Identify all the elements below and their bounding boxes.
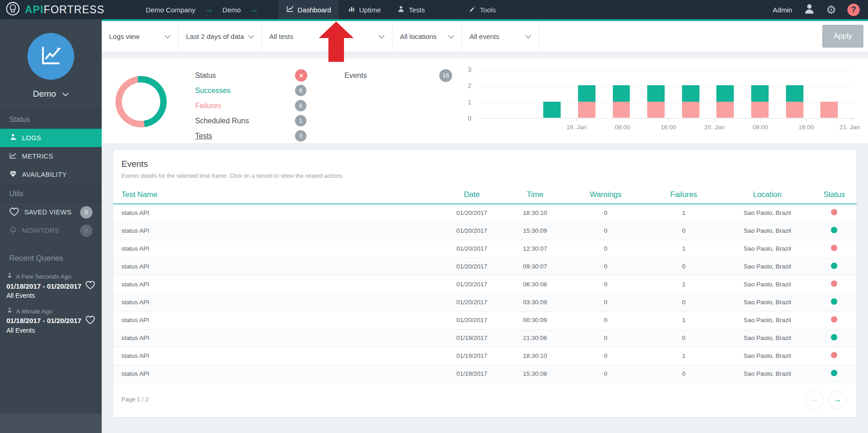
col-warnings[interactable]: Warnings: [567, 186, 644, 204]
line-chart-icon: [286, 5, 294, 14]
cell-status: [812, 293, 857, 311]
cell-test-name: status API: [113, 365, 440, 383]
table-row[interactable]: status API01/20/201703:30:0900Sao Paolo,…: [113, 293, 857, 311]
stat-label: Scheduled Runs: [195, 117, 295, 125]
sidebar-section-utils: Utils: [0, 184, 102, 203]
chart-bar[interactable]: [716, 69, 734, 118]
failure-segment: [751, 102, 769, 118]
col-status[interactable]: Status: [812, 186, 857, 204]
cell-date: 01/20/2017: [440, 240, 503, 258]
chart-bar[interactable]: [751, 69, 769, 118]
heart-icon: [9, 207, 19, 218]
chart-bar[interactable]: [543, 69, 561, 118]
chart-bar[interactable]: [647, 69, 665, 118]
table-row[interactable]: status API01/20/201718:30:1001Sao Paolo,…: [113, 204, 857, 222]
events-summary: Events 16: [344, 68, 452, 138]
events-bar-chart: 3210 19. Jan08:0016:0020. Jan08:0016:002…: [460, 66, 855, 138]
stat-label: Status: [195, 71, 295, 80]
stat-label[interactable]: Successes: [195, 87, 295, 95]
col-time[interactable]: Time: [503, 186, 567, 204]
main-content: Logs view Last 2 days of data All tests …: [102, 19, 868, 433]
next-page-button[interactable]: →: [828, 390, 846, 409]
sidebar-item-monitors[interactable]: MONITORS 0: [0, 221, 102, 240]
cell-test-name: status API: [113, 275, 440, 293]
line-chart-icon: [9, 152, 17, 161]
project-selector[interactable]: Demo: [0, 89, 102, 110]
favorite-heart-icon[interactable]: [85, 280, 95, 292]
cell-warnings: 0: [567, 222, 644, 240]
table-row[interactable]: status API01/19/201718:30:1001Sao Paolo,…: [113, 347, 857, 365]
summary-stats: Status × Successes 8 Failures 8 Schedule…: [195, 68, 333, 138]
app-logo[interactable]: APIFORTRESS: [0, 0, 113, 19]
favorite-heart-icon[interactable]: [85, 315, 95, 327]
stat-successes: Successes 8: [195, 83, 333, 98]
recent-query-item[interactable]: A Few Seconds Ago 01/18/2017 - 01/20/201…: [0, 266, 102, 301]
chart-bar[interactable]: [786, 69, 803, 118]
x-tick-label: 16:00: [798, 124, 814, 131]
stat-label[interactable]: Tests: [195, 132, 295, 140]
gear-icon[interactable]: ⚙: [826, 4, 836, 16]
table-row[interactable]: status API01/20/201709:30:0700Sao Paolo,…: [113, 258, 857, 275]
sidebar-item-logs[interactable]: LOGS: [0, 129, 102, 147]
events-select[interactable]: All events: [462, 21, 539, 51]
cell-location: Sao Paolo, Brazil: [723, 293, 812, 311]
recent-query-item[interactable]: A Minute Ago 01/18/2017 - 01/20/2017 All…: [0, 301, 102, 335]
table-row[interactable]: status API01/19/201721:30:0600Sao Paolo,…: [113, 329, 857, 347]
col-test-name[interactable]: Test Name: [113, 186, 440, 204]
sidebar-item-label: AVAILABILITY: [22, 171, 67, 178]
tab-uptime[interactable]: Uptime: [339, 0, 389, 19]
stat-label[interactable]: Failures: [195, 102, 295, 110]
cell-time: 09:30:07: [503, 258, 567, 275]
query-range: 01/18/2017 - 01/20/2017: [6, 281, 82, 291]
table-row[interactable]: status API01/20/201706:30:0801Sao Paolo,…: [113, 275, 857, 293]
locations-select[interactable]: All locations: [393, 21, 462, 51]
nav-tools[interactable]: Tools: [469, 0, 496, 19]
view-select[interactable]: Logs view: [102, 21, 179, 51]
chart-bar[interactable]: [613, 69, 630, 118]
success-segment: [751, 85, 769, 101]
cell-test-name: status API: [113, 258, 440, 275]
cell-location: Sao Paolo, Brazil: [723, 347, 812, 365]
chevron-down-icon: [448, 33, 454, 40]
user-avatar-icon[interactable]: [803, 3, 815, 16]
chart-bar[interactable]: [820, 69, 838, 118]
pagination: ← →: [805, 390, 846, 409]
query-scope: All Events: [6, 326, 82, 335]
chart-bar[interactable]: [682, 69, 699, 118]
date-range-select[interactable]: Last 2 days of data: [179, 21, 262, 51]
help-icon[interactable]: ?: [847, 4, 860, 16]
chart-bar[interactable]: [578, 69, 595, 118]
sidebar-item-availability[interactable]: AVAILABILITY: [0, 165, 102, 184]
status-pass-dot: [831, 298, 837, 305]
breadcrumb-company[interactable]: Demo Company: [146, 6, 195, 14]
tab-dashboard[interactable]: Dashboard: [278, 0, 339, 19]
col-date[interactable]: Date: [440, 186, 503, 204]
summary-panel: Status × Successes 8 Failures 8 Schedule…: [102, 59, 868, 143]
success-segment: [578, 85, 595, 101]
table-row[interactable]: status API01/20/201712:30:0701Sao Paolo,…: [113, 240, 857, 258]
table-row[interactable]: status API01/20/201715:30:0900Sao Paolo,…: [113, 222, 857, 240]
gridline: [479, 118, 855, 119]
apply-button[interactable]: Apply: [822, 25, 863, 48]
sidebar: Demo Status LOGS METRICS AVAILABILITY Ut…: [0, 19, 102, 433]
tab-tests[interactable]: Tests: [389, 0, 433, 19]
x-tick-label: 19. Jan: [567, 124, 587, 131]
col-failures[interactable]: Failures: [644, 186, 722, 204]
sidebar-item-metrics[interactable]: METRICS: [0, 147, 102, 165]
stat-tests: Tests 3: [195, 128, 333, 143]
y-tick-label: 0: [468, 115, 471, 122]
chart-x-axis: 19. Jan08:0016:0020. Jan08:0016:0021. Ja…: [479, 121, 855, 131]
prev-page-button[interactable]: ←: [805, 390, 824, 409]
cell-status: [812, 275, 857, 293]
project-avatar[interactable]: [27, 33, 74, 80]
stat-scheduled-runs: Scheduled Runs 1: [195, 113, 333, 128]
table-row[interactable]: status API01/20/201700:30:0901Sao Paolo,…: [113, 311, 857, 329]
cell-location: Sao Paolo, Brazil: [723, 258, 812, 275]
col-location[interactable]: Location: [723, 186, 812, 204]
stat-status: Status ×: [195, 68, 333, 83]
sidebar-item-saved-views[interactable]: SAVED VIEWS 0: [0, 203, 102, 221]
table-row[interactable]: status API01/19/201715:30:0800Sao Paolo,…: [113, 365, 857, 383]
status-donut-chart: [115, 76, 167, 127]
bar-chart-icon: [348, 5, 355, 14]
breadcrumb-project[interactable]: Demo: [223, 6, 241, 14]
